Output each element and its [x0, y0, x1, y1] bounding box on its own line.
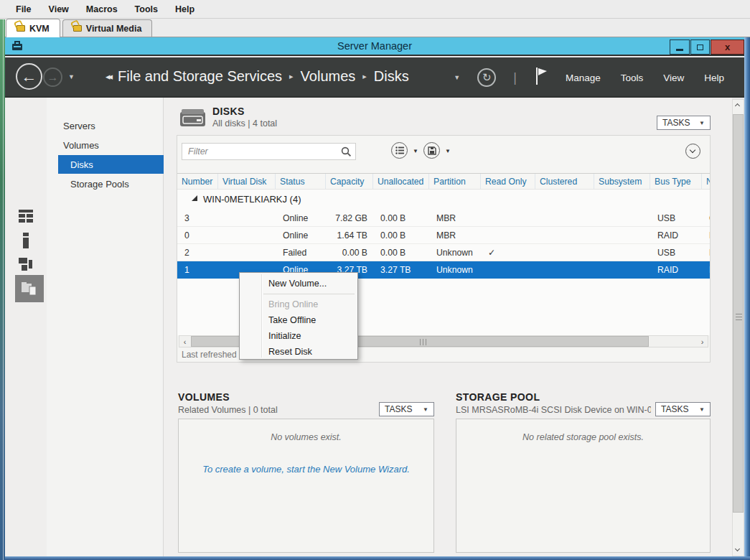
column-header-unallocated[interactable]: Unallocated	[373, 174, 429, 189]
breadcrumb-item-volumes[interactable]: Volumes	[301, 68, 356, 85]
local-server-icon[interactable]	[22, 233, 29, 251]
table-row-disk-0[interactable]: 0Online1.64 TB0.00 BMBRRAIDL	[177, 227, 710, 244]
nav-menu-help[interactable]: Help	[704, 73, 724, 83]
history-dropdown-icon[interactable]: ▼	[68, 73, 75, 80]
column-header-clustered[interactable]: Clustered	[535, 174, 594, 189]
notifications-dropdown-icon[interactable]: ▼	[454, 74, 460, 81]
nav-menu-tools[interactable]: Tools	[621, 73, 644, 83]
context-menu-item-bring-online: Bring Online	[240, 297, 357, 312]
sidebar-item-volumes[interactable]: Volumes	[47, 136, 163, 154]
sidebar-item-servers[interactable]: Servers	[47, 116, 163, 135]
save-query-caret-icon[interactable]: ▼	[445, 148, 451, 154]
list-view-caret-icon[interactable]: ▼	[413, 148, 418, 154]
vertical-scrollbar[interactable]	[732, 99, 744, 556]
volumes-empty-message: No volumes exist.	[179, 432, 433, 442]
cell-unallocated: 0.00 B	[373, 210, 429, 226]
server-group-row[interactable]: WIN-0METLKIARKJ (4)	[177, 190, 710, 208]
scroll-left-icon[interactable]: ‹	[179, 336, 190, 347]
scroll-down-icon[interactable]	[733, 544, 744, 556]
storage-pool-tasks-button[interactable]: TASKS▼	[655, 402, 711, 416]
volumes-tasks-button[interactable]: TASKS▼	[379, 402, 434, 416]
sidebar-nav: ServersVolumesDisksStorage Pools	[47, 98, 164, 556]
app-menu-file[interactable]: File	[9, 2, 39, 17]
window-title: Server Manager	[5, 40, 744, 52]
scroll-grip	[736, 314, 742, 321]
column-header-bus-type[interactable]: Bus Type	[650, 174, 702, 189]
filter-input[interactable]	[182, 143, 356, 160]
cell-capacity: 1.64 TB	[326, 227, 373, 243]
list-view-button[interactable]	[391, 142, 408, 159]
column-header-number[interactable]: Number	[177, 174, 218, 189]
sidebar-item-storage-pools[interactable]: Storage Pools	[47, 174, 163, 193]
cell-subsystem	[594, 210, 650, 226]
cell-bus_type: USB	[650, 210, 702, 226]
breadcrumb-separator-icon: ▸	[362, 72, 367, 81]
padlock-icon	[17, 25, 25, 32]
cell-unallocated: 0.00 B	[373, 244, 429, 261]
cell-subsystem	[594, 244, 650, 261]
refresh-button[interactable]: ↻	[477, 68, 496, 87]
breadcrumb-item-disks[interactable]: Disks	[374, 68, 409, 85]
scroll-up-icon[interactable]	[733, 100, 744, 111]
disk-drive-icon	[179, 108, 206, 131]
context-menu-item-initialize[interactable]: Initialize	[240, 328, 357, 344]
server-manager-titlebar[interactable]: Server Manager x	[5, 37, 744, 56]
scroll-grip	[420, 339, 427, 345]
app-menu-help[interactable]: Help	[168, 2, 202, 17]
collapse-panel-button[interactable]	[685, 144, 700, 159]
restore-button[interactable]	[690, 39, 710, 55]
table-row-disk-3[interactable]: 3Online7.82 GB0.00 BMBRUSBC	[177, 210, 710, 227]
nav-menu-manage[interactable]: Manage	[566, 73, 601, 83]
minimize-button[interactable]	[670, 39, 690, 55]
vertical-scroll-thumb[interactable]	[733, 114, 744, 513]
file-storage-services-icon[interactable]	[15, 275, 44, 302]
cell-virtual_disk	[218, 210, 276, 226]
storage-pool-empty-message: No related storage pool exists.	[456, 432, 710, 442]
dashboard-icon[interactable]	[18, 209, 34, 226]
app-menu-tools[interactable]: Tools	[128, 2, 165, 17]
app-menu-macros[interactable]: Macros	[79, 2, 125, 17]
save-query-button[interactable]	[423, 142, 440, 159]
new-volume-wizard-link[interactable]: To create a volume, start the New Volume…	[179, 464, 433, 475]
cell-number: 0	[177, 227, 218, 243]
flag-icon[interactable]	[534, 66, 548, 89]
back-button[interactable]: ←	[16, 63, 42, 90]
scroll-right-icon[interactable]: ›	[697, 336, 708, 347]
breadcrumb-item-file-and-storage-services[interactable]: File and Storage Services	[118, 68, 282, 85]
cell-name: L	[702, 244, 710, 261]
back-arrow-icon: ←	[22, 67, 37, 86]
sidebar-item-disks[interactable]: Disks	[58, 155, 164, 174]
storage-pool-subtitle: LSI MRSASRoMB-4i SCSI Disk Device on WIN…	[456, 405, 651, 415]
context-menu-item-reset-disk[interactable]: Reset Disk	[240, 344, 357, 360]
column-header-virtual-disk[interactable]: Virtual Disk	[218, 174, 276, 189]
column-header-status[interactable]: Status	[276, 174, 326, 189]
cell-status: Online	[276, 227, 326, 243]
column-header-n[interactable]: N	[702, 174, 710, 189]
cell-unallocated: 0.00 B	[373, 227, 429, 243]
cell-bus_type: USB	[650, 244, 702, 261]
column-header-partition[interactable]: Partition	[429, 174, 481, 189]
cell-status: Failed	[276, 244, 326, 261]
cell-virtual_disk	[218, 227, 276, 243]
app-menu-view[interactable]: View	[42, 2, 76, 17]
close-button[interactable]: x	[711, 39, 744, 55]
table-row-disk-2[interactable]: 2Failed0.00 B0.00 BUnknown✓USBL	[177, 244, 710, 261]
column-header-read-only[interactable]: Read Only	[481, 174, 535, 189]
column-header-capacity[interactable]: Capacity	[326, 174, 373, 189]
kvm-app-menubar: FileViewMacrosToolsHelp	[0, 0, 750, 19]
disks-tasks-button[interactable]: TASKS▼	[657, 116, 711, 130]
cell-bus_type: RAID	[650, 227, 702, 243]
context-menu-item-new-volume[interactable]: New Volume...	[240, 273, 357, 291]
cell-clustered	[535, 227, 594, 243]
all-servers-icon[interactable]	[18, 257, 34, 274]
dropdown-caret-icon: ▼	[423, 406, 428, 413]
tab-virtual-media[interactable]: Virtual Media	[62, 19, 153, 37]
column-header-subsystem[interactable]: Subsystem	[594, 174, 650, 189]
forward-button[interactable]: →	[43, 67, 62, 87]
padlock-icon	[73, 25, 82, 32]
cell-clustered	[535, 244, 594, 261]
context-menu-item-take-offline[interactable]: Take Offline	[240, 312, 357, 328]
tab-kvm[interactable]: KVM	[6, 19, 60, 37]
nav-menu-view[interactable]: View	[663, 73, 684, 83]
nav-divider: |	[513, 70, 517, 85]
